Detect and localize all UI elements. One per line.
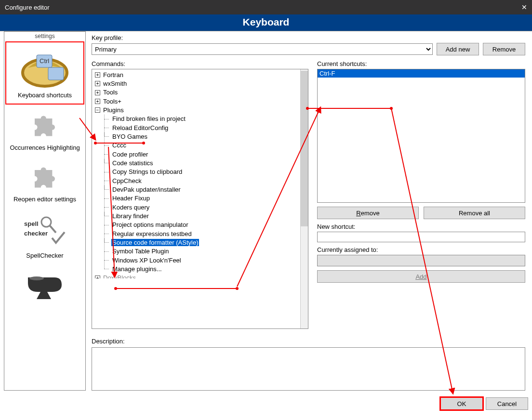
collapse-icon[interactable]: − <box>95 107 100 113</box>
tree-leaf-label: Symbol Table Plugin <box>111 248 170 255</box>
tree-leaf-label: Reload EditorConfig <box>111 124 169 131</box>
sidebar-item-label: Occurrences Highlighting <box>7 144 82 151</box>
sidebar-item-reopen[interactable]: Reopen editor settings <box>5 156 84 208</box>
tree-node[interactable]: +Tools <box>95 88 300 97</box>
svg-text:spell: spell <box>24 220 39 227</box>
new-shortcut-input[interactable] <box>317 232 525 242</box>
anvil-icon <box>23 268 66 302</box>
assigned-to-display <box>317 255 525 266</box>
tree-leaf-label: CppCheck <box>111 177 143 184</box>
sidebar-item-keyboard-shortcuts[interactable]: Ctrl Keyboard shortcuts <box>5 41 84 105</box>
tree-node-label: DoxyBlocks <box>102 274 137 278</box>
cancel-button[interactable]: Cancel <box>486 397 528 410</box>
tree-leaf[interactable]: Header Fixup <box>104 194 300 203</box>
tree-leaf-label: Cccc <box>111 142 127 149</box>
expand-icon[interactable]: + <box>95 72 100 78</box>
tree-leaf[interactable]: Code statistics <box>104 158 300 167</box>
dialog-footer: OK Cancel <box>0 394 532 413</box>
tree-leaf-label: Code profiler <box>111 151 149 158</box>
tree-leaf-label: Copy Strings to clipboard <box>111 168 183 175</box>
expand-icon[interactable]: + <box>95 276 100 278</box>
sidebar-truncated-label: settings <box>5 32 84 41</box>
description-box <box>92 347 525 391</box>
commands-tree[interactable]: +Fortran+wxSmith+Tools+Tools+−PluginsFin… <box>92 69 300 328</box>
remove-shortcut-button[interactable]: Remove <box>317 207 419 219</box>
tree-leaf[interactable]: CppCheck <box>104 176 300 185</box>
tree-node[interactable]: +DoxyBlocks <box>95 274 300 278</box>
tree-node[interactable]: +Fortran <box>95 70 300 79</box>
close-icon[interactable]: ✕ <box>521 3 527 11</box>
commands-label: Commands: <box>92 60 308 67</box>
key-profile-label: Key profile: <box>92 34 525 41</box>
tree-leaf[interactable]: Source code formatter (AStyle) <box>104 238 300 247</box>
expand-icon[interactable]: + <box>95 99 100 104</box>
content-panel: Key profile: Primary Add new Remove Comm… <box>86 31 528 391</box>
tree-leaf[interactable]: Code profiler <box>104 150 300 158</box>
tree-leaf[interactable]: Project options manipulator <box>104 221 300 229</box>
add-shortcut-button[interactable]: Add <box>317 270 525 283</box>
keyring-icon: Ctrl <box>18 46 71 90</box>
sidebar-item-spellchecker[interactable]: spell checker SpellChecker <box>5 208 84 264</box>
category-sidebar: settings Ctrl Keyboard shortcuts Occurre… <box>4 31 86 391</box>
tree-node-label: wxSmith <box>102 80 128 87</box>
sidebar-item-occurrences[interactable]: Occurrences Highlighting <box>5 105 84 156</box>
tree-node-label: Tools <box>102 89 119 96</box>
tree-leaf[interactable]: Koders query <box>104 203 300 211</box>
tree-leaf[interactable]: Symbol Table Plugin <box>104 247 300 256</box>
tree-leaf-label: BYO Games <box>111 133 148 140</box>
tree-leaf[interactable]: Cccc <box>104 141 300 150</box>
tree-node-label: Plugins <box>102 106 125 114</box>
remove-profile-button[interactable]: Remove <box>483 43 525 55</box>
tree-leaf-label: Code statistics <box>111 159 154 167</box>
expand-icon[interactable]: + <box>95 90 100 95</box>
tree-leaf[interactable]: BYO Games <box>104 132 300 141</box>
tree-scrollbar[interactable] <box>300 69 308 328</box>
tree-leaf[interactable]: DevPak updater/installer <box>104 185 300 194</box>
sidebar-item-label: Keyboard shortcuts <box>8 92 81 99</box>
svg-point-8 <box>29 276 44 280</box>
tree-leaf-label: Find broken files in project <box>111 115 186 122</box>
tree-node[interactable]: +Tools+ <box>95 97 300 105</box>
puzzle-icon <box>26 108 64 142</box>
sidebar-item-label: SpellChecker <box>7 252 82 259</box>
ok-button[interactable]: OK <box>440 397 483 410</box>
titlebar: Configure editor ✕ <box>0 0 532 14</box>
svg-rect-3 <box>48 67 64 80</box>
tree-leaf-label: Regular expressions testbed <box>111 230 193 237</box>
expand-icon[interactable]: + <box>95 81 100 86</box>
tree-leaf[interactable]: Windows XP Look'n'Feel <box>104 256 300 264</box>
tree-node[interactable]: +wxSmith <box>95 79 300 88</box>
shortcut-item[interactable]: Ctrl-F <box>318 69 525 78</box>
tree-leaf-label: Header Fixup <box>111 195 151 202</box>
tree-leaf-label: Manage plugins... <box>111 265 163 273</box>
tree-leaf[interactable]: Find broken files in project <box>104 115 300 123</box>
key-profile-select[interactable]: Primary <box>92 43 433 55</box>
tree-leaf[interactable]: Regular expressions testbed <box>104 229 300 238</box>
tree-leaf-label: Source code formatter (AStyle) <box>111 239 199 246</box>
tree-leaf[interactable]: Library finder <box>104 211 300 220</box>
sidebar-item-last[interactable] <box>5 264 84 302</box>
tree-node[interactable]: −Plugins <box>95 105 300 114</box>
tree-leaf-label: DevPak updater/installer <box>111 186 182 193</box>
description-label: Description: <box>92 338 525 345</box>
svg-line-7 <box>50 225 56 233</box>
tree-leaf[interactable]: Reload EditorConfig <box>104 123 300 132</box>
tree-leaf[interactable]: Manage plugins... <box>104 264 300 273</box>
new-shortcut-label: New shortcut: <box>317 223 525 230</box>
remove-all-shortcuts-button[interactable]: Remove all <box>424 207 525 219</box>
tree-leaf-label: Koders query <box>111 204 150 211</box>
current-shortcuts-label: Current shortcuts: <box>317 60 525 67</box>
svg-text:checker: checker <box>24 230 48 237</box>
page-banner: Keyboard <box>0 14 532 31</box>
svg-text:Ctrl: Ctrl <box>40 57 49 65</box>
puzzle-icon <box>26 160 64 194</box>
tree-leaf-label: Windows XP Look'n'Feel <box>111 257 182 264</box>
add-new-profile-button[interactable]: Add new <box>437 43 479 55</box>
tree-leaf-label: Project options manipulator <box>111 221 189 228</box>
tree-leaf-label: Library finder <box>111 212 150 220</box>
window-title: Configure editor <box>5 4 50 11</box>
spellcheck-icon: spell checker <box>23 211 66 250</box>
tree-leaf[interactable]: Copy Strings to clipboard <box>104 168 300 176</box>
tree-node-label: Tools+ <box>102 98 122 105</box>
current-shortcuts-list[interactable]: Ctrl-F <box>317 69 525 203</box>
